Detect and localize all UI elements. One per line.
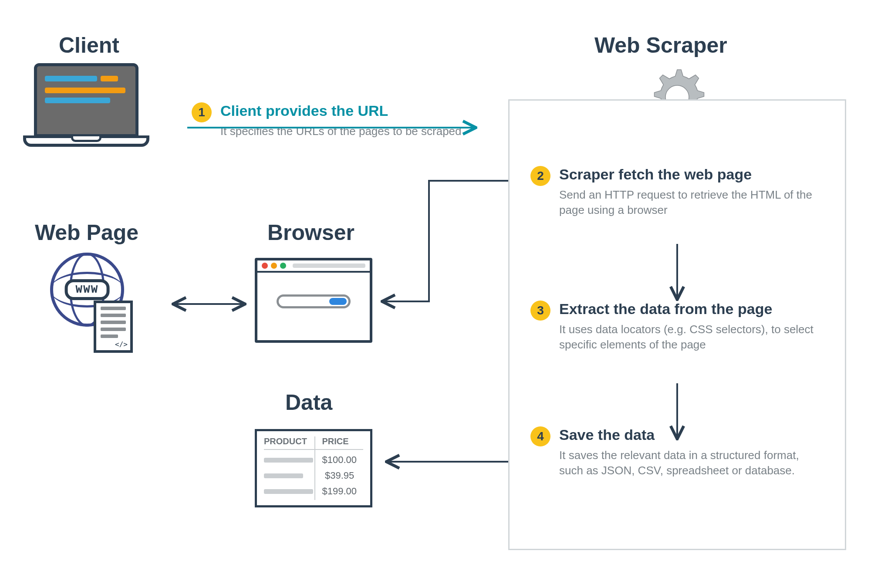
step-4-desc: It saves the relevant data in a structur…: [559, 448, 820, 478]
traffic-light-yellow-icon: [271, 263, 277, 269]
price-0: $100.00: [322, 454, 363, 466]
www-badge: WWW: [65, 279, 110, 300]
step-1: 1 Client provides the URL It specifies t…: [192, 102, 462, 139]
step-2-desc: Send an HTTP request to retrieve the HTM…: [559, 187, 820, 218]
col-product: PRODUCT: [264, 436, 313, 446]
traffic-light-green-icon: [280, 263, 286, 269]
price-2: $199.00: [322, 486, 363, 497]
html-doc-icon: </>: [94, 301, 133, 353]
browser-icon: [255, 258, 372, 343]
price-1: $39.95: [325, 470, 363, 481]
title-client: Client: [59, 33, 119, 58]
title-data: Data: [285, 390, 332, 415]
step-badge-4: 4: [530, 426, 550, 446]
title-web-page: Web Page: [35, 220, 138, 245]
step-4-title: Save the data: [559, 426, 820, 443]
title-browser: Browser: [267, 220, 354, 245]
url-field-icon: [277, 294, 351, 308]
step-1-desc: It specifies the URLs of the pages to be…: [220, 124, 462, 139]
step-1-title: Client provides the URL: [220, 102, 462, 119]
step-4: 4 Save the data It saves the relevant da…: [530, 426, 824, 478]
step-3: 3 Extract the data from the page It uses…: [530, 301, 824, 352]
laptop-icon: [34, 63, 149, 147]
step-2: 2 Scraper fetch the web page Send an HTT…: [530, 166, 824, 218]
step-badge-1: 1: [192, 102, 212, 122]
step-badge-2: 2: [530, 166, 550, 186]
step-badge-3: 3: [530, 301, 550, 321]
step-3-desc: It uses data locators (e.g. CSS selector…: [559, 322, 820, 352]
traffic-light-red-icon: [262, 263, 268, 269]
step-3-title: Extract the data from the page: [559, 301, 820, 318]
col-price: PRICE: [322, 436, 363, 446]
step-2-title: Scraper fetch the web page: [559, 166, 820, 183]
title-web-scraper: Web Scraper: [594, 33, 727, 58]
globe-icon: WWW </>: [50, 253, 124, 327]
scraper-panel: 2 Scraper fetch the web page Send an HTT…: [508, 99, 846, 550]
data-table-icon: PRODUCT PRICE $100.00 $39.95 $199.00: [255, 429, 372, 507]
